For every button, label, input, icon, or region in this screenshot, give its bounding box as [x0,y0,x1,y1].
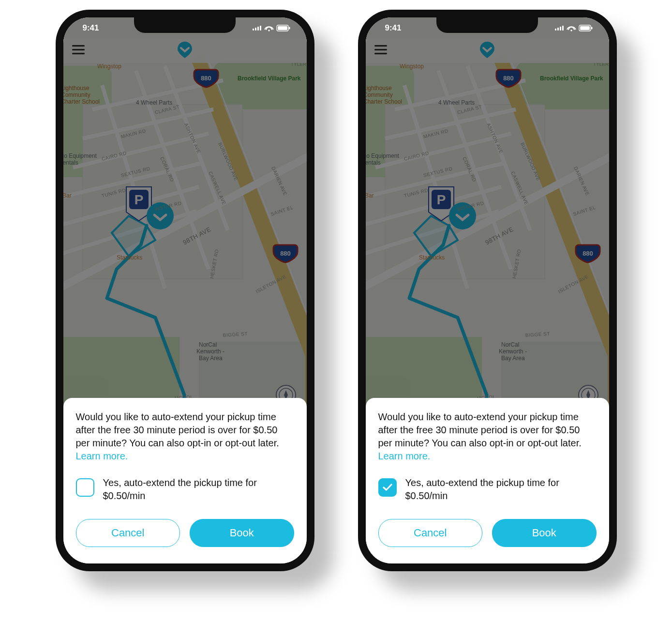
status-indicators [253,25,290,31]
svg-rect-46 [580,26,590,30]
phone-frame: P 880 88 [56,10,314,571]
device-notch [134,17,236,33]
svg-rect-41 [557,28,559,30]
status-time: 9:41 [385,23,402,33]
auto-extend-checkbox[interactable] [378,478,397,497]
book-button-label: Book [230,527,254,539]
auto-extend-checkbox-label: Yes, auto-extend the pickup time for $0.… [103,476,294,502]
svg-rect-22 [278,26,287,30]
cancel-button-label: Cancel [111,527,144,539]
auto-extend-sheet: Would you like to auto-extend your picku… [366,398,609,563]
sheet-body-text: Would you like to auto-extend your picku… [378,411,597,463]
book-button-label: Book [532,527,556,539]
auto-extend-sheet: Would you like to auto-extend your picku… [63,398,307,563]
sheet-body: Would you like to auto-extend your picku… [378,411,582,448]
svg-rect-23 [289,27,290,30]
svg-rect-42 [560,27,561,30]
svg-rect-47 [591,27,593,30]
svg-rect-18 [257,27,259,30]
sheet-body: Would you like to auto-extend your picku… [76,411,279,448]
learn-more-link[interactable]: Learn more. [76,451,128,461]
cancel-button[interactable]: Cancel [76,519,180,547]
phone-frame: P 880 88 [358,10,617,571]
cancel-button-label: Cancel [414,527,447,539]
svg-rect-17 [255,28,256,30]
book-button[interactable]: Book [190,519,294,547]
svg-rect-19 [260,26,261,30]
auto-extend-checkbox[interactable] [76,478,94,497]
svg-rect-43 [562,26,564,30]
cancel-button[interactable]: Cancel [378,519,483,547]
svg-rect-16 [253,29,254,30]
status-time: 9:41 [83,23,99,33]
device-notch [436,17,538,33]
phone-screen: P 880 88 [366,17,609,563]
status-indicators [555,25,593,31]
phone-screen: P 880 88 [63,17,307,563]
svg-rect-40 [555,29,556,30]
svg-point-20 [268,30,269,31]
sheet-body-text: Would you like to auto-extend your picku… [76,411,294,463]
book-button[interactable]: Book [492,519,597,547]
learn-more-link[interactable]: Learn more. [378,451,431,461]
auto-extend-checkbox-label: Yes, auto-extend the pickup time for $0.… [405,476,597,502]
svg-point-44 [570,30,572,31]
